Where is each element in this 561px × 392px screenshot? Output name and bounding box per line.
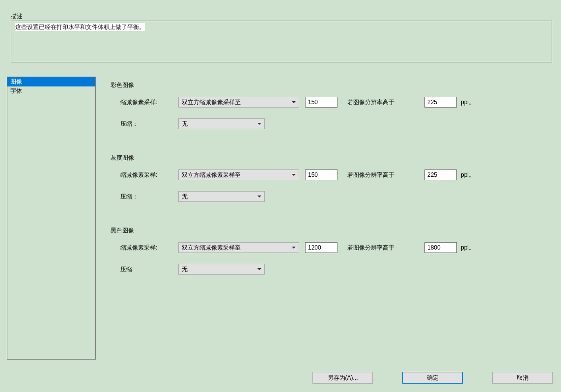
color-downsample-method-dropdown[interactable]: 双立方缩减像素采样至 (178, 97, 299, 108)
description-label: 描述 (11, 12, 23, 21)
button-bar: 另存为(A)... 确定 取消 (0, 372, 561, 384)
cancel-button[interactable]: 取消 (492, 372, 553, 384)
sidebar-item-fonts[interactable]: 字体 (7, 86, 95, 96)
gray-threshold-value-input[interactable] (424, 169, 457, 180)
gray-downsample-label: 缩减像素采样: (120, 171, 178, 179)
mono-downsample-method-dropdown[interactable]: 双立方缩减像素采样至 (178, 242, 299, 253)
gray-downsample-method-value: 双立方缩减像素采样至 (182, 171, 241, 179)
chevron-down-icon (292, 174, 296, 176)
ok-button[interactable]: 确定 (402, 372, 463, 384)
color-section-title: 彩色图像 (111, 81, 553, 89)
gray-threshold-label: 若图像分辨率高于 (347, 171, 419, 179)
mono-compression-label: 压缩: (120, 265, 178, 274)
settings-panel: 彩色图像 缩减像素采样: 双立方缩减像素采样至 若图像分辨率高于 ppi。 压缩… (111, 81, 553, 299)
mono-downsample-row: 缩减像素采样: 双立方缩减像素采样至 若图像分辨率高于 ppi。 (111, 242, 553, 253)
gray-downsample-method-dropdown[interactable]: 双立方缩减像素采样至 (178, 169, 299, 180)
gray-compression-dropdown[interactable]: 无 (178, 191, 265, 202)
color-compression-dropdown[interactable]: 无 (178, 118, 265, 129)
chevron-down-icon (257, 268, 261, 270)
gray-compression-value: 无 (182, 193, 188, 201)
color-unit-label: ppi。 (461, 98, 475, 107)
gray-images-section: 灰度图像 缩减像素采样: 双立方缩减像素采样至 若图像分辨率高于 ppi。 压缩… (111, 154, 553, 202)
mono-compression-value: 无 (182, 265, 188, 274)
gray-downsample-row: 缩减像素采样: 双立方缩减像素采样至 若图像分辨率高于 ppi。 (111, 169, 553, 180)
gray-unit-label: ppi。 (461, 171, 475, 179)
gray-downsample-value-input[interactable] (305, 169, 337, 180)
category-list[interactable]: 图像 字体 (7, 77, 96, 360)
color-downsample-value-input[interactable] (305, 97, 337, 108)
description-text: 这些设置已经在打印水平和文件体积上做了平衡。 (15, 23, 145, 31)
chevron-down-icon (292, 101, 296, 103)
description-box: 这些设置已经在打印水平和文件体积上做了平衡。 (11, 21, 552, 62)
color-threshold-label: 若图像分辨率高于 (347, 98, 419, 107)
mono-threshold-label: 若图像分辨率高于 (347, 244, 419, 252)
save-as-button[interactable]: 另存为(A)... (312, 372, 373, 384)
mono-downsample-value-input[interactable] (305, 242, 337, 253)
mono-downsample-method-value: 双立方缩减像素采样至 (182, 244, 241, 252)
color-threshold-value-input[interactable] (424, 97, 457, 108)
mono-unit-label: ppi。 (461, 244, 475, 252)
mono-images-section: 黑白图像 缩减像素采样: 双立方缩减像素采样至 若图像分辨率高于 ppi。 压缩… (111, 226, 553, 275)
color-compression-label: 压缩： (120, 120, 178, 128)
color-downsample-label: 缩减像素采样: (120, 98, 178, 107)
chevron-down-icon (257, 123, 261, 125)
mono-downsample-label: 缩减像素采样: (120, 244, 178, 252)
mono-compression-dropdown[interactable]: 无 (178, 264, 265, 275)
color-compression-value: 无 (182, 120, 188, 128)
mono-threshold-value-input[interactable] (424, 242, 457, 253)
gray-section-title: 灰度图像 (111, 154, 553, 162)
mono-compression-row: 压缩: 无 (111, 264, 553, 275)
color-compression-row: 压缩： 无 (111, 118, 553, 129)
color-downsample-method-value: 双立方缩减像素采样至 (182, 98, 241, 107)
gray-compression-row: 压缩： 无 (111, 191, 553, 202)
mono-section-title: 黑白图像 (111, 226, 553, 235)
chevron-down-icon (292, 247, 296, 249)
chevron-down-icon (257, 196, 261, 197)
gray-compression-label: 压缩： (120, 193, 178, 201)
color-downsample-row: 缩减像素采样: 双立方缩减像素采样至 若图像分辨率高于 ppi。 (111, 97, 553, 108)
sidebar-item-images[interactable]: 图像 (7, 77, 95, 86)
color-images-section: 彩色图像 缩减像素采样: 双立方缩减像素采样至 若图像分辨率高于 ppi。 压缩… (111, 81, 553, 129)
